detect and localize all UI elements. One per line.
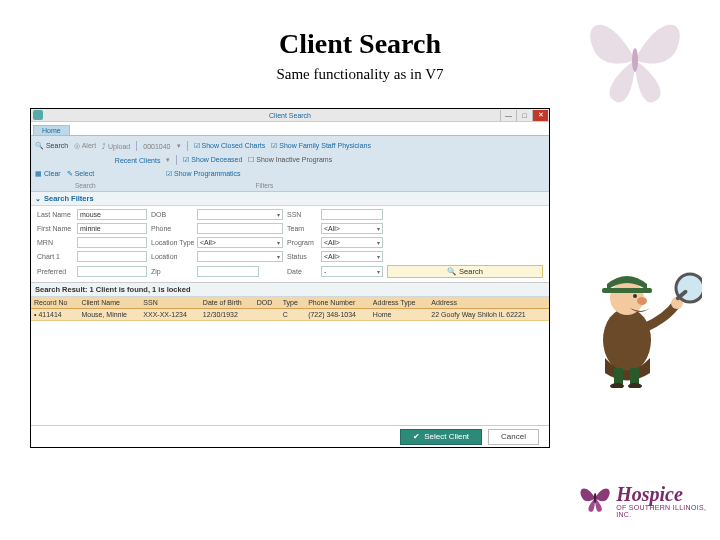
svg-point-13	[594, 493, 597, 503]
program-select[interactable]: <All>	[321, 237, 383, 248]
ribbon-toolbar: 🔍 Search ◎ Alert ⤴ Upload 0001040 ▾ ☑ Sh…	[31, 136, 549, 192]
butterfly-decoration	[560, 0, 710, 120]
cancel-button[interactable]: Cancel	[488, 429, 539, 445]
preferred-input[interactable]	[77, 266, 147, 277]
filters-header[interactable]: ⌄ Search Filters	[31, 192, 549, 206]
results-empty-area	[31, 321, 549, 436]
app-icon	[33, 110, 43, 120]
show-deceased-checkbox[interactable]: ☑ Show Deceased	[183, 156, 242, 164]
date-label: Date	[287, 268, 317, 275]
show-inactive-checkbox[interactable]: ☐ Show Inactive Programs	[248, 156, 332, 164]
col-record-no[interactable]: Record No	[31, 297, 78, 309]
close-button[interactable]: ✕	[532, 110, 548, 121]
dob-label: DOB	[151, 211, 193, 218]
phone-input[interactable]	[197, 223, 283, 234]
location-type-label: Location Type	[151, 239, 193, 246]
mrn-label: MRN	[37, 239, 73, 246]
filters-panel: Last Name mouse DOB SSN First Name minni…	[31, 206, 549, 283]
window-titlebar: Client Search — □ ✕	[31, 109, 549, 122]
ssn-label: SSN	[287, 211, 317, 218]
date-input[interactable]: -	[321, 266, 383, 277]
location-label: Location	[151, 253, 193, 260]
svg-point-12	[633, 294, 637, 298]
zip-label: Zip	[151, 268, 193, 275]
table-row[interactable]: • 411414 Mouse, Minnie XXX-XX-1234 12/30…	[31, 309, 549, 321]
separator	[136, 141, 137, 151]
phone-label: Phone	[151, 225, 193, 232]
search-button[interactable]: 🔍 Search	[387, 265, 543, 278]
results-summary: Search Result: 1 Client is found, 1 is l…	[31, 283, 549, 297]
col-address[interactable]: Address	[428, 297, 549, 309]
hospice-logo: Hospice OF SOUTHERN ILLINOIS, INC.	[578, 472, 708, 530]
ssn-input[interactable]	[321, 209, 383, 220]
search-action[interactable]: 🔍 Search	[35, 142, 68, 150]
window-title: Client Search	[269, 112, 311, 119]
detective-clipart	[572, 248, 702, 388]
logo-title: Hospice	[616, 484, 708, 504]
status-select[interactable]: <All>	[321, 251, 383, 262]
show-family-checkbox[interactable]: ☑ Show Family Staff Physicians	[271, 142, 371, 150]
preferred-label: Preferred	[37, 268, 73, 275]
ribbon-tabs: Home	[31, 122, 549, 136]
minimize-button[interactable]: —	[500, 110, 516, 121]
clear-action[interactable]: ▦ Clear	[35, 170, 61, 178]
col-ssn[interactable]: SSN	[140, 297, 200, 309]
zip-input[interactable]	[197, 266, 259, 277]
program-label: Program	[287, 239, 317, 246]
select-action[interactable]: ✎ Select	[67, 170, 94, 178]
team-select[interactable]: <All>	[321, 223, 383, 234]
window-controls: — □ ✕	[500, 110, 548, 121]
col-type[interactable]: Type	[280, 297, 305, 309]
col-phone[interactable]: Phone Number	[305, 297, 370, 309]
check-icon: ✔	[413, 432, 420, 441]
col-client-name[interactable]: Client Name	[78, 297, 140, 309]
last-name-label: Last Name	[37, 211, 73, 218]
first-name-label: First Name	[37, 225, 73, 232]
first-name-input[interactable]: minnie	[77, 223, 147, 234]
ribbon-group-search: Search	[75, 182, 96, 189]
status-label: Status	[287, 253, 317, 260]
dialog-footer: ✔ Select Client Cancel	[31, 425, 549, 447]
svg-point-0	[632, 48, 638, 72]
butterfly-icon	[578, 481, 612, 521]
svg-rect-3	[602, 288, 652, 293]
dob-input[interactable]	[197, 209, 283, 220]
client-search-window: Client Search — □ ✕ Home 🔍 Search ◎ Aler…	[30, 108, 550, 448]
search-icon: 🔍	[35, 142, 44, 149]
chevron-down-icon: ⌄	[35, 195, 41, 203]
search-icon: 🔍	[447, 267, 456, 276]
results-header-row: Record No Client Name SSN Date of Birth …	[31, 297, 549, 309]
results-table: Record No Client Name SSN Date of Birth …	[31, 297, 549, 321]
col-dod[interactable]: DOD	[254, 297, 280, 309]
chart1-label: Chart 1	[37, 253, 73, 260]
location-type-select[interactable]: <All>	[197, 237, 283, 248]
svg-point-4	[637, 297, 647, 305]
upload-action[interactable]: ⤴ Upload	[102, 143, 130, 150]
select-client-button[interactable]: ✔ Select Client	[400, 429, 482, 445]
tab-home[interactable]: Home	[33, 125, 70, 135]
logo-subtitle: OF SOUTHERN ILLINOIS, INC.	[616, 504, 708, 518]
ribbon-group-filters: Filters	[256, 182, 274, 189]
separator	[187, 141, 188, 151]
maximize-button[interactable]: □	[516, 110, 532, 121]
chart1-input[interactable]	[77, 251, 147, 262]
last-name-input[interactable]: mouse	[77, 209, 147, 220]
mrn-input[interactable]	[77, 237, 147, 248]
show-programmatics-checkbox[interactable]: ☑ Show Programmatics	[166, 170, 240, 178]
col-address-type[interactable]: Address Type	[370, 297, 428, 309]
team-label: Team	[287, 225, 317, 232]
id-field[interactable]: 0001040	[143, 143, 170, 150]
location-select[interactable]	[197, 251, 283, 262]
alert-action[interactable]: ◎ Alert	[74, 142, 96, 150]
show-closed-checkbox[interactable]: ☑ Show Closed Charts	[194, 142, 266, 150]
svg-point-1	[603, 308, 651, 372]
recent-clients-action[interactable]: Recent Clients	[115, 157, 161, 164]
col-dob[interactable]: Date of Birth	[200, 297, 254, 309]
